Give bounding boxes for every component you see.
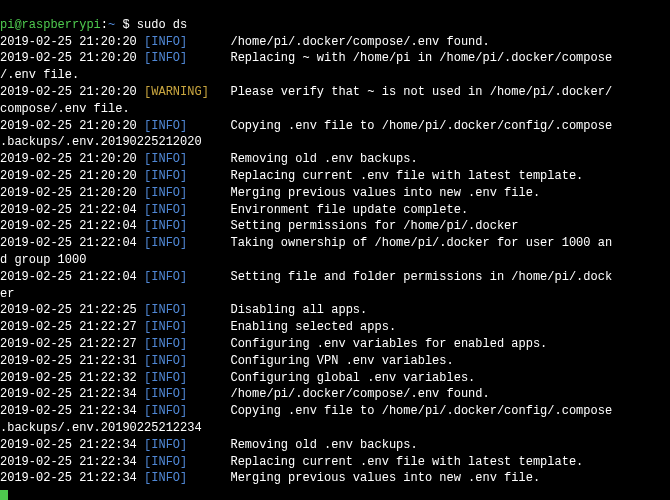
log-timestamp: 2019-02-25 21:22:27: [0, 320, 144, 334]
log-timestamp: 2019-02-25 21:22:32: [0, 371, 144, 385]
log-line: 2019-02-25 21:22:04 [INFO] Setting permi…: [0, 218, 670, 235]
log-message: Removing old .env backups.: [230, 438, 417, 452]
log-level-info: [INFO]: [144, 354, 230, 368]
log-timestamp: 2019-02-25 21:22:04: [0, 203, 144, 217]
log-level-info: [INFO]: [144, 303, 230, 317]
terminal-output[interactable]: pi@raspberrypi:~ $ sudo ds2019-02-25 21:…: [0, 0, 670, 500]
prompt-user: pi: [0, 18, 14, 32]
log-timestamp: 2019-02-25 21:22:34: [0, 387, 144, 401]
log-line: compose/.env file.: [0, 101, 670, 118]
log-continuation: compose/.env file.: [0, 102, 130, 116]
log-continuation: .backups/.env.20190225212020: [0, 135, 202, 149]
log-line: 2019-02-25 21:22:34 [INFO] Merging previ…: [0, 470, 670, 487]
log-line: 2019-02-25 21:22:27 [INFO] Enabling sele…: [0, 319, 670, 336]
log-line: 2019-02-25 21:22:34 [INFO] Replacing cur…: [0, 454, 670, 471]
log-level-info: [INFO]: [144, 35, 230, 49]
log-continuation: /.env file.: [0, 68, 79, 82]
log-message: Merging previous values into new .env fi…: [230, 186, 540, 200]
log-line: 2019-02-25 21:20:20 [INFO] Removing old …: [0, 151, 670, 168]
log-message: Configuring .env variables for enabled a…: [230, 337, 547, 351]
log-level-info: [INFO]: [144, 471, 230, 485]
log-line: er: [0, 286, 670, 303]
log-message: Removing old .env backups.: [230, 152, 417, 166]
log-line: 2019-02-25 21:22:32 [INFO] Configuring g…: [0, 370, 670, 387]
prompt-host: raspberrypi: [22, 18, 101, 32]
log-line: 2019-02-25 21:22:27 [INFO] Configuring .…: [0, 336, 670, 353]
log-line: 2019-02-25 21:22:34 [INFO] /home/pi/.doc…: [0, 386, 670, 403]
log-level-info: [INFO]: [144, 119, 230, 133]
log-timestamp: 2019-02-25 21:20:20: [0, 119, 144, 133]
log-line: 2019-02-25 21:22:34 [INFO] Copying .env …: [0, 403, 670, 420]
log-level-info: [INFO]: [144, 169, 230, 183]
log-timestamp: 2019-02-25 21:22:04: [0, 219, 144, 233]
log-message: /home/pi/.docker/compose/.env found.: [230, 387, 489, 401]
prompt-colon: :: [101, 18, 108, 32]
prompt-dollar: $: [122, 18, 129, 32]
log-line: /.env file.: [0, 67, 670, 84]
log-level-info: [INFO]: [144, 219, 230, 233]
log-message: Copying .env file to /home/pi/.docker/co…: [230, 404, 612, 418]
log-line: 2019-02-25 21:22:31 [INFO] Configuring V…: [0, 353, 670, 370]
log-message: Taking ownership of /home/pi/.docker for…: [230, 236, 612, 250]
log-line: .backups/.env.20190225212234: [0, 420, 670, 437]
log-message: Replacing ~ with /home/pi in /home/pi/.d…: [230, 51, 612, 65]
log-continuation: .backups/.env.20190225212234: [0, 421, 202, 435]
log-timestamp: 2019-02-25 21:20:20: [0, 152, 144, 166]
log-line: 2019-02-25 21:20:20 [INFO] /home/pi/.doc…: [0, 34, 670, 51]
prompt-path: ~: [108, 18, 115, 32]
log-line: 2019-02-25 21:22:34 [INFO] Removing old …: [0, 437, 670, 454]
log-level-info: [INFO]: [144, 270, 230, 284]
log-level-info: [INFO]: [144, 186, 230, 200]
log-message: Copying .env file to /home/pi/.docker/co…: [230, 119, 612, 133]
log-message: Setting file and folder permissions in /…: [230, 270, 612, 284]
log-message: Merging previous values into new .env fi…: [230, 471, 540, 485]
log-message: Enabling selected apps.: [230, 320, 396, 334]
log-timestamp: 2019-02-25 21:20:20: [0, 35, 144, 49]
cursor: [0, 490, 8, 500]
log-line: 2019-02-25 21:22:04 [INFO] Environment f…: [0, 202, 670, 219]
log-line: 2019-02-25 21:20:20 [WARNING] Please ver…: [0, 84, 670, 101]
log-timestamp: 2019-02-25 21:22:27: [0, 337, 144, 351]
log-timestamp: 2019-02-25 21:20:20: [0, 51, 144, 65]
log-line: .backups/.env.20190225212020: [0, 134, 670, 151]
command-text: sudo ds: [137, 18, 187, 32]
log-level-info: [INFO]: [144, 438, 230, 452]
log-level-info: [INFO]: [144, 337, 230, 351]
log-timestamp: 2019-02-25 21:22:34: [0, 455, 144, 469]
log-timestamp: 2019-02-25 21:22:34: [0, 438, 144, 452]
log-level-info: [INFO]: [144, 152, 230, 166]
log-level-info: [INFO]: [144, 320, 230, 334]
log-line: 2019-02-25 21:20:20 [INFO] Replacing cur…: [0, 168, 670, 185]
log-line: 2019-02-25 21:20:20 [INFO] Replacing ~ w…: [0, 50, 670, 67]
log-level-info: [INFO]: [144, 203, 230, 217]
log-message: Setting permissions for /home/pi/.docker: [230, 219, 518, 233]
prompt-at: @: [14, 18, 21, 32]
log-timestamp: 2019-02-25 21:22:31: [0, 354, 144, 368]
log-level-info: [INFO]: [144, 387, 230, 401]
log-message: Please verify that ~ is not used in /hom…: [230, 85, 612, 99]
log-timestamp: 2019-02-25 21:22:25: [0, 303, 144, 317]
log-timestamp: 2019-02-25 21:22:04: [0, 236, 144, 250]
log-line: 2019-02-25 21:20:20 [INFO] Merging previ…: [0, 185, 670, 202]
log-message: Disabling all apps.: [230, 303, 367, 317]
log-message: /home/pi/.docker/compose/.env found.: [230, 35, 489, 49]
log-line: 2019-02-25 21:20:20 [INFO] Copying .env …: [0, 118, 670, 135]
prompt-line: pi@raspberrypi:~ $ sudo ds: [0, 17, 670, 34]
log-timestamp: 2019-02-25 21:20:20: [0, 85, 144, 99]
log-message: Environment file update complete.: [230, 203, 468, 217]
log-level-warning: [WARNING]: [144, 85, 230, 99]
log-line: 2019-02-25 21:22:25 [INFO] Disabling all…: [0, 302, 670, 319]
log-message: Configuring VPN .env variables.: [230, 354, 453, 368]
log-line: 2019-02-25 21:22:04 [INFO] Taking owners…: [0, 235, 670, 252]
log-level-info: [INFO]: [144, 455, 230, 469]
log-line: d group 1000: [0, 252, 670, 269]
log-level-info: [INFO]: [144, 371, 230, 385]
log-line: 2019-02-25 21:22:04 [INFO] Setting file …: [0, 269, 670, 286]
log-continuation: d group 1000: [0, 253, 86, 267]
log-continuation: er: [0, 287, 14, 301]
log-level-info: [INFO]: [144, 51, 230, 65]
log-timestamp: 2019-02-25 21:22:34: [0, 404, 144, 418]
log-level-info: [INFO]: [144, 236, 230, 250]
log-message: Replacing current .env file with latest …: [230, 455, 583, 469]
log-level-info: [INFO]: [144, 404, 230, 418]
